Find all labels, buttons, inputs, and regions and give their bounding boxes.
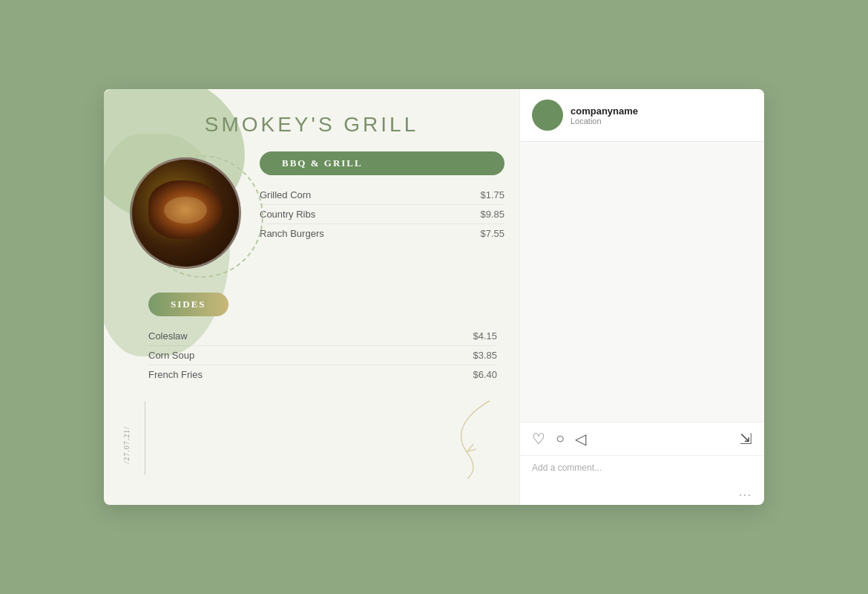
ig-comment-area[interactable]: Add a comment... — [520, 455, 764, 483]
date-label: /27.07.21/ — [122, 426, 131, 464]
ig-left-actions: ♡ ○ ◁ — [532, 430, 586, 448]
avatar — [532, 99, 563, 131]
table-row: Corn Soup $3.85 — [148, 346, 497, 365]
item-name: Country Ribs — [260, 209, 315, 220]
item-name: French Fries — [148, 369, 203, 380]
item-name: Grilled Corn — [260, 189, 311, 200]
item-name: Ranch Burgers — [260, 228, 324, 239]
comment-input[interactable]: Add a comment... — [532, 463, 602, 473]
table-row: Coleslaw $4.15 — [148, 327, 497, 346]
food-image-wrapper — [125, 151, 247, 274]
sides-badge: SIDES — [148, 293, 228, 316]
table-row: Country Ribs $9.85 — [260, 205, 504, 224]
sides-section: SIDES Coleslaw $4.15 Corn Soup $3.85 Fre… — [126, 281, 519, 395]
comment-icon[interactable]: ○ — [556, 430, 565, 448]
bbq-category: BBQ & GRILL Grilled Corn $1.75 Country R… — [260, 151, 504, 243]
item-name: Coleslaw — [148, 330, 188, 342]
ig-username: companyname — [571, 105, 638, 117]
item-name: Corn Soup — [148, 350, 194, 361]
item-price: $4.15 — [473, 330, 497, 342]
ig-user-info: companyname Location — [571, 105, 638, 125]
table-row: Grilled Corn $1.75 — [260, 186, 504, 205]
bbq-badge: BBQ & GRILL — [260, 151, 504, 175]
card-wrapper: SMOKEY'S GRILL BBQ & GRILL Grilled Corn … — [104, 89, 764, 505]
share-icon[interactable]: ◁ — [575, 430, 586, 448]
decorative-curve — [430, 394, 504, 483]
menu-panel: SMOKEY'S GRILL BBQ & GRILL Grilled Corn … — [104, 89, 519, 505]
restaurant-title: SMOKEY'S GRILL — [104, 89, 519, 137]
ig-dots: ... — [520, 483, 764, 505]
bbq-section: BBQ & GRILL Grilled Corn $1.75 Country R… — [252, 144, 519, 281]
menu-content: BBQ & GRILL Grilled Corn $1.75 Country R… — [104, 144, 519, 281]
ig-image-area — [520, 142, 764, 422]
item-price: $9.85 — [480, 209, 504, 220]
bookmark-icon[interactable]: ⇲ — [740, 430, 752, 448]
item-price: $3.85 — [473, 350, 497, 361]
restaurant-name: SMOKEY'S GRILL — [104, 113, 519, 137]
food-image-circle — [130, 157, 241, 269]
food-image-area — [104, 144, 252, 281]
item-price: $7.55 — [480, 228, 504, 239]
heart-icon[interactable]: ♡ — [532, 430, 545, 448]
item-price: $1.75 — [480, 189, 504, 200]
table-row: Ranch Burgers $7.55 — [260, 224, 504, 243]
ig-location: Location — [571, 117, 638, 125]
ig-header: companyname Location — [520, 89, 764, 142]
vertical-line — [145, 401, 145, 475]
ig-actions: ♡ ○ ◁ ⇲ — [520, 422, 764, 455]
table-row: French Fries $6.40 — [148, 365, 497, 384]
item-price: $6.40 — [473, 369, 497, 380]
instagram-panel: companyname Location ♡ ○ ◁ ⇲ Add a comme… — [519, 89, 764, 505]
